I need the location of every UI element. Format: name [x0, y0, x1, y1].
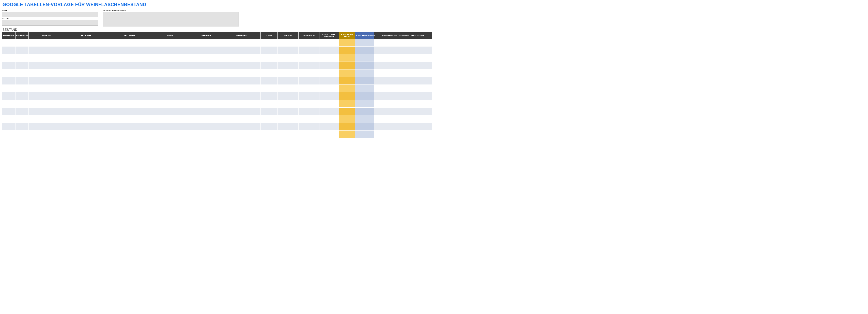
cell-flbes[interactable]: [339, 69, 355, 77]
cell-stadt[interactable]: [319, 62, 339, 69]
cell-flvol[interactable]: [355, 77, 374, 85]
cell-teilreg[interactable]: [299, 100, 319, 108]
cell-wname[interactable]: [151, 108, 189, 115]
cell-region[interactable]: [278, 108, 299, 115]
cell-posten[interactable]: [2, 69, 16, 77]
cell-teilreg[interactable]: [299, 54, 319, 62]
cell-kaufd[interactable]: [15, 131, 28, 138]
cell-region[interactable]: [278, 92, 299, 100]
cell-erz[interactable]: [64, 47, 108, 54]
cell-erz[interactable]: [64, 62, 108, 69]
cell-flvol[interactable]: [355, 131, 374, 138]
cell-stadt[interactable]: [319, 47, 339, 54]
cell-jahr[interactable]: [189, 69, 222, 77]
cell-region[interactable]: [278, 39, 299, 47]
cell-anm[interactable]: [374, 77, 432, 85]
cell-flvol[interactable]: [355, 100, 374, 108]
cell-flvol[interactable]: [355, 85, 374, 92]
cell-wberg[interactable]: [222, 85, 260, 92]
cell-anm[interactable]: [374, 47, 432, 54]
cell-wname[interactable]: [151, 39, 189, 47]
cell-wname[interactable]: [151, 54, 189, 62]
cell-erz[interactable]: [64, 85, 108, 92]
cell-art[interactable]: [108, 92, 151, 100]
cell-flvol[interactable]: [355, 47, 374, 54]
cell-wberg[interactable]: [222, 108, 260, 115]
cell-kaufort[interactable]: [28, 115, 64, 123]
cell-stadt[interactable]: [319, 115, 339, 123]
cell-kaufd[interactable]: [15, 39, 28, 47]
cell-kaufd[interactable]: [15, 54, 28, 62]
cell-wberg[interactable]: [222, 39, 260, 47]
cell-wname[interactable]: [151, 115, 189, 123]
date-field[interactable]: [2, 20, 98, 26]
name-field[interactable]: [2, 12, 98, 17]
cell-jahr[interactable]: [189, 92, 222, 100]
cell-land[interactable]: [261, 131, 278, 138]
cell-kaufd[interactable]: [15, 123, 28, 131]
cell-flbes[interactable]: [339, 123, 355, 131]
cell-stadt[interactable]: [319, 100, 339, 108]
cell-anm[interactable]: [374, 115, 432, 123]
cell-region[interactable]: [278, 69, 299, 77]
cell-art[interactable]: [108, 47, 151, 54]
cell-wberg[interactable]: [222, 92, 260, 100]
cell-posten[interactable]: [2, 115, 16, 123]
cell-flbes[interactable]: [339, 108, 355, 115]
cell-wname[interactable]: [151, 100, 189, 108]
cell-erz[interactable]: [64, 39, 108, 47]
cell-wname[interactable]: [151, 69, 189, 77]
cell-art[interactable]: [108, 85, 151, 92]
cell-region[interactable]: [278, 47, 299, 54]
cell-stadt[interactable]: [319, 108, 339, 115]
cell-flbes[interactable]: [339, 39, 355, 47]
cell-anm[interactable]: [374, 69, 432, 77]
cell-posten[interactable]: [2, 92, 16, 100]
cell-jahr[interactable]: [189, 108, 222, 115]
cell-flvol[interactable]: [355, 115, 374, 123]
cell-stadt[interactable]: [319, 123, 339, 131]
cell-land[interactable]: [261, 92, 278, 100]
cell-kaufd[interactable]: [15, 100, 28, 108]
cell-teilreg[interactable]: [299, 77, 319, 85]
cell-teilreg[interactable]: [299, 123, 319, 131]
cell-flbes[interactable]: [339, 100, 355, 108]
cell-kaufort[interactable]: [28, 131, 64, 138]
cell-jahr[interactable]: [189, 54, 222, 62]
cell-kaufort[interactable]: [28, 92, 64, 100]
cell-flbes[interactable]: [339, 115, 355, 123]
cell-anm[interactable]: [374, 39, 432, 47]
cell-region[interactable]: [278, 131, 299, 138]
cell-kaufd[interactable]: [15, 47, 28, 54]
cell-art[interactable]: [108, 69, 151, 77]
cell-wberg[interactable]: [222, 123, 260, 131]
cell-flvol[interactable]: [355, 54, 374, 62]
cell-anm[interactable]: [374, 123, 432, 131]
cell-land[interactable]: [261, 115, 278, 123]
cell-erz[interactable]: [64, 123, 108, 131]
cell-kaufd[interactable]: [15, 62, 28, 69]
cell-anm[interactable]: [374, 92, 432, 100]
cell-art[interactable]: [108, 62, 151, 69]
cell-flvol[interactable]: [355, 62, 374, 69]
cell-kaufd[interactable]: [15, 85, 28, 92]
cell-art[interactable]: [108, 54, 151, 62]
cell-art[interactable]: [108, 115, 151, 123]
cell-region[interactable]: [278, 62, 299, 69]
cell-erz[interactable]: [64, 100, 108, 108]
cell-teilreg[interactable]: [299, 131, 319, 138]
cell-kaufd[interactable]: [15, 108, 28, 115]
cell-land[interactable]: [261, 54, 278, 62]
cell-kaufd[interactable]: [15, 115, 28, 123]
cell-land[interactable]: [261, 62, 278, 69]
cell-posten[interactable]: [2, 100, 16, 108]
cell-teilreg[interactable]: [299, 47, 319, 54]
cell-land[interactable]: [261, 77, 278, 85]
cell-posten[interactable]: [2, 123, 16, 131]
cell-posten[interactable]: [2, 62, 16, 69]
cell-wname[interactable]: [151, 123, 189, 131]
cell-teilreg[interactable]: [299, 115, 319, 123]
cell-land[interactable]: [261, 108, 278, 115]
cell-erz[interactable]: [64, 77, 108, 85]
cell-jahr[interactable]: [189, 62, 222, 69]
